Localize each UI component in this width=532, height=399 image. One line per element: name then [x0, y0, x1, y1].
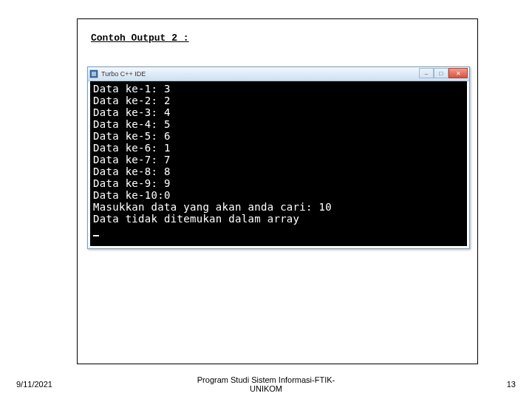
console-cursor — [93, 228, 99, 236]
svg-rect-1 — [92, 72, 96, 76]
minimize-button[interactable]: – — [419, 68, 434, 78]
console-line: Data ke-2: 2 — [93, 95, 171, 106]
app-window: Turbo C++ IDE – □ ✕ Data ke-1: 3 Data ke… — [87, 66, 470, 249]
maximize-button[interactable]: □ — [434, 68, 449, 78]
console-line: Data ke-1: 3 — [93, 83, 171, 95]
console-line: Data ke-5: 6 — [93, 130, 171, 142]
footer-date: 9/11/2021 — [16, 380, 52, 389]
console-line: Data ke-7: 7 — [93, 154, 171, 166]
section-title: Contoh Output 2 : — [91, 33, 189, 44]
console-line: Data ke-9: 9 — [93, 177, 171, 189]
footer-center-line2: UNIKOM — [250, 384, 282, 393]
slide-frame: Contoh Output 2 : Turbo C++ IDE – □ ✕ Da… — [77, 18, 478, 364]
console-line: Data ke-3: 4 — [93, 106, 171, 118]
window-title: Turbo C++ IDE — [101, 70, 146, 78]
close-button[interactable]: ✕ — [449, 68, 468, 78]
console-line: Data ke-10:0 — [93, 189, 171, 201]
window-titlebar[interactable]: Turbo C++ IDE – □ ✕ — [88, 67, 469, 81]
console-line: Data ke-4: 5 — [93, 118, 171, 130]
console-line: Data ke-8: 8 — [93, 166, 171, 177]
console-line: Data ke-6: 1 — [93, 142, 171, 154]
console-line: Data tidak ditemukan dalam array — [93, 213, 299, 225]
footer-center-line1: Program Studi Sistem Informasi-FTIK- — [197, 375, 335, 384]
console-line: Masukkan data yang akan anda cari: 10 — [93, 201, 332, 213]
slide-footer: 9/11/2021 Program Studi Sistem Informasi… — [0, 375, 532, 393]
footer-page-number: 13 — [507, 380, 516, 389]
console-output: Data ke-1: 3 Data ke-2: 2 Data ke-3: 4 D… — [90, 81, 467, 246]
window-controls: – □ ✕ — [419, 68, 468, 78]
app-icon — [89, 69, 98, 78]
footer-center: Program Studi Sistem Informasi-FTIK- UNI… — [0, 375, 532, 393]
